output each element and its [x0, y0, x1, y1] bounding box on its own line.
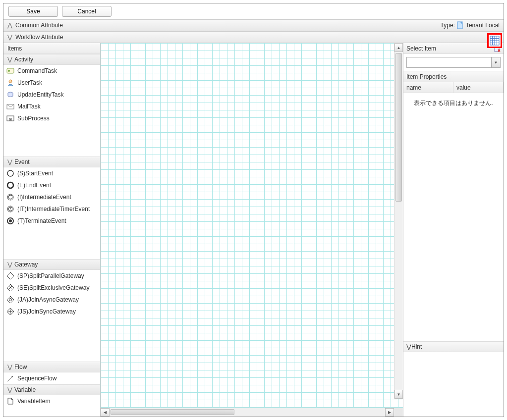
vertical-scrollbar[interactable]: ▲ ▼	[394, 43, 403, 399]
chevron-down-icon: ⋁	[7, 386, 13, 393]
terminate-event-icon	[6, 217, 14, 225]
palette-item-splitexclusivegateway[interactable]: (SE)SplitExclusiveGateway	[3, 282, 100, 294]
scroll-down-button[interactable]: ▼	[394, 390, 403, 399]
palette-item-intermediateevent[interactable]: (I)IntermediateEvent	[3, 191, 100, 203]
hint-header[interactable]: ⋁ Hint	[403, 341, 504, 352]
palette-item-sequenceflow[interactable]: SequenceFlow	[3, 372, 100, 384]
sync-gateway-icon	[6, 308, 14, 315]
variable-item-icon	[6, 397, 14, 405]
chevron-down-icon: ⋁	[7, 364, 13, 370]
mail-task-icon	[6, 103, 14, 110]
subprocess-icon	[6, 114, 14, 122]
palette-item-startevent[interactable]: (S)StartEvent	[3, 167, 100, 179]
workflow-attribute-label: Workflow Attribute	[15, 34, 63, 41]
hint-body	[403, 352, 504, 417]
properties-panel: Select Item ▼ Item Properties name value…	[403, 43, 504, 417]
category-activity[interactable]: ⋁ Activity	[3, 54, 100, 65]
update-entity-icon	[6, 91, 14, 99]
scroll-thumb[interactable]	[111, 409, 234, 415]
palette-item-joinsyncgateway[interactable]: (JS)JoinSyncGateway	[3, 306, 100, 317]
workflow-attribute-bar[interactable]: ⋁ Workflow Attribute	[3, 31, 504, 43]
end-event-icon	[6, 181, 14, 189]
palette-item-mailtask[interactable]: MailTask	[3, 101, 100, 112]
column-name[interactable]: name	[403, 82, 453, 93]
workflow-canvas[interactable]	[101, 43, 403, 408]
chevron-down-icon: ⋁	[7, 261, 13, 268]
chevron-down-icon: ⋁	[406, 343, 411, 350]
category-variable[interactable]: ⋁ Variable	[3, 384, 100, 395]
palette-item-endevent[interactable]: (E)EndEvent	[3, 179, 100, 191]
horizontal-scrollbar[interactable]: ◀ ▶	[101, 408, 403, 417]
column-value[interactable]: value	[453, 82, 504, 93]
scroll-left-button[interactable]: ◀	[101, 408, 110, 417]
canvas-area: ▲ ▼ ◀ ▶	[101, 43, 403, 417]
type-label: Type:	[441, 22, 455, 29]
intermediate-event-icon	[6, 193, 14, 201]
palette-item-commandtask[interactable]: CommandTask	[3, 65, 100, 77]
scroll-up-button[interactable]: ▲	[394, 43, 403, 52]
palette-item-terminateevent[interactable]: (T)TerminateEvent	[3, 215, 100, 227]
chevron-down-icon: ▼	[491, 57, 500, 67]
timer-event-icon	[6, 205, 14, 213]
common-attribute-bar[interactable]: ⋀ Common Attribute Type: Tenant Local	[3, 19, 504, 31]
scroll-thumb[interactable]	[395, 53, 402, 202]
chevron-down-icon: ⋁	[7, 34, 13, 41]
chevron-up-icon: ⋀	[7, 22, 13, 29]
palette-item-intermediatetimerevent[interactable]: (IT)IntermediateTimerEvent	[3, 203, 100, 215]
exclusive-gateway-icon	[6, 284, 14, 292]
items-header: Items	[3, 43, 100, 54]
palette-item-variableitem[interactable]: VariableItem	[3, 395, 100, 407]
sequence-flow-icon	[6, 374, 14, 382]
items-palette: Items ⋁ Activity CommandTask UserTask Up…	[3, 43, 101, 417]
palette-item-splitparallelgateway[interactable]: (SP)SplitParallelGateway	[3, 270, 100, 282]
scroll-corner	[394, 408, 403, 417]
chevron-down-icon: ⋁	[7, 56, 13, 63]
properties-empty-message: 表示できる項目はありません.	[403, 93, 504, 223]
scroll-right-button[interactable]: ▶	[385, 408, 394, 417]
grid-toggle-button[interactable]	[490, 36, 500, 46]
palette-item-subprocess[interactable]: SubProcess	[3, 112, 100, 124]
category-event[interactable]: ⋁ Event	[3, 157, 100, 167]
document-icon	[457, 21, 464, 29]
svg-point-9	[8, 70, 10, 72]
svg-point-26	[9, 219, 12, 222]
top-toolbar: Save Cancel	[3, 3, 504, 19]
item-select-dropdown[interactable]: ▼	[406, 57, 501, 68]
command-task-icon	[6, 67, 14, 75]
save-button[interactable]: Save	[8, 6, 58, 17]
category-gateway[interactable]: ⋁ Gateway	[3, 259, 100, 270]
type-info: Type: Tenant Local	[441, 21, 500, 29]
chevron-down-icon: ⋁	[7, 158, 13, 165]
cancel-button[interactable]: Cancel	[62, 6, 112, 17]
grid-toggle-highlight	[487, 33, 502, 48]
palette-item-usertask[interactable]: UserTask	[3, 77, 100, 89]
properties-columns: name value	[403, 82, 504, 93]
parallel-gateway-icon	[6, 272, 14, 280]
svg-point-10	[9, 80, 12, 83]
palette-item-updateentitytask[interactable]: UpdateEntityTask	[3, 89, 100, 101]
palette-item-joinasyncgateway[interactable]: (JA)JoinAsyncGateway	[3, 294, 100, 306]
category-flow[interactable]: ⋁ Flow	[3, 362, 100, 372]
svg-point-17	[7, 170, 13, 176]
async-gateway-icon	[6, 296, 14, 304]
item-properties-header: Item Properties	[403, 71, 504, 82]
start-event-icon	[6, 169, 14, 177]
user-task-icon	[6, 79, 14, 87]
svg-point-18	[7, 182, 13, 188]
type-value: Tenant Local	[466, 22, 500, 29]
common-attribute-label: Common Attribute	[15, 22, 63, 29]
